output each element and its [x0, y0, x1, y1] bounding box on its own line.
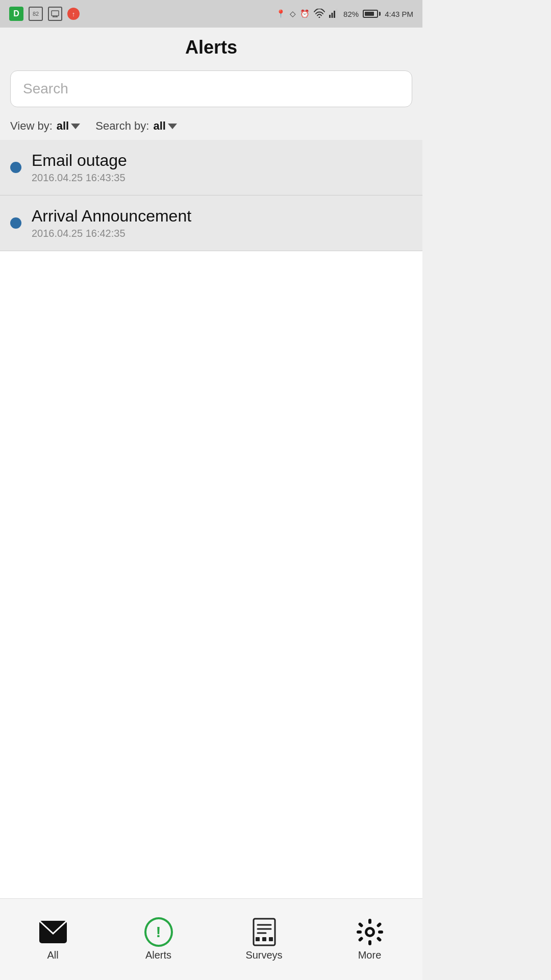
svg-rect-10 [254, 919, 275, 945]
nav-label-alerts: Alerts [145, 949, 171, 961]
alert-item-arrival-announcement[interactable]: Arrival Announcement 2016.04.25 16:42:35 [0, 195, 422, 251]
nav-item-surveys[interactable]: Surveys [211, 918, 317, 961]
svg-rect-5 [329, 15, 331, 18]
search-by-value: all [153, 119, 165, 133]
alerts-nav-icon: ! [144, 918, 173, 946]
svg-point-4 [319, 16, 320, 18]
nav-label-all: All [47, 949, 58, 961]
svg-point-18 [367, 929, 372, 935]
icon-screen [48, 7, 62, 21]
nav-item-more[interactable]: More [317, 918, 422, 961]
unread-dot [10, 162, 21, 173]
svg-rect-0 [52, 11, 59, 16]
wifi-icon [314, 9, 325, 19]
page-header: Alerts [0, 28, 422, 65]
svg-rect-23 [358, 922, 363, 927]
status-bar-right: 📍 ◇ ⏰ 82% 4:43 PM [276, 9, 413, 19]
view-by-value: all [57, 119, 69, 133]
gear-icon [356, 918, 384, 946]
mail-icon [39, 918, 67, 946]
battery-percent: 82% [343, 10, 359, 18]
alert-content: Arrival Announcement 2016.04.25 16:42:35 [32, 207, 191, 239]
svg-rect-6 [332, 13, 333, 18]
unread-dot [10, 217, 21, 229]
nav-item-all[interactable]: All [0, 918, 106, 961]
nav-label-more: More [358, 949, 382, 961]
battery-icon [363, 10, 381, 18]
view-by-group: View by: all [10, 119, 80, 133]
search-by-dropdown[interactable]: all [153, 119, 177, 133]
icon-82: 82 [29, 7, 43, 21]
alert-item-email-outage[interactable]: Email outage 2016.04.25 16:43:35 [0, 140, 422, 195]
svg-rect-16 [269, 937, 273, 941]
search-by-label: Search by: [95, 119, 149, 133]
alert-content: Email outage 2016.04.25 16:43:35 [32, 151, 127, 184]
svg-rect-25 [358, 936, 363, 942]
search-by-group: Search by: all [95, 119, 177, 133]
svg-rect-24 [376, 922, 382, 927]
nav-label-surveys: Surveys [245, 949, 282, 961]
svg-rect-7 [334, 11, 335, 18]
view-by-dropdown[interactable]: all [57, 119, 80, 133]
svg-rect-14 [256, 937, 260, 941]
alert-title: Arrival Announcement [32, 207, 191, 226]
view-by-label: View by: [10, 119, 53, 133]
alert-list: Email outage 2016.04.25 16:43:35 Arrival… [0, 140, 422, 898]
search-input[interactable] [10, 70, 412, 107]
alert-timestamp: 2016.04.25 16:42:35 [32, 228, 191, 239]
svg-rect-22 [378, 930, 383, 934]
bottom-nav: All ! Alerts Surveys [0, 898, 422, 980]
alert-title: Email outage [32, 151, 127, 170]
location-icon: 📍 [276, 9, 286, 18]
search-container [0, 65, 422, 114]
filters-bar: View by: all Search by: all [0, 114, 422, 140]
signal-icon [329, 9, 339, 19]
alert-circle-icon: ! [144, 917, 173, 947]
brightness-icon: ◇ [290, 9, 296, 18]
time: 4:43 PM [385, 10, 413, 18]
nav-item-alerts[interactable]: ! Alerts [106, 918, 211, 961]
surveys-icon [250, 918, 279, 946]
svg-rect-21 [357, 930, 362, 934]
icon-upload: ↑ [67, 8, 80, 20]
svg-rect-15 [262, 937, 266, 941]
svg-rect-20 [368, 940, 371, 945]
status-bar-left: D 82 ↑ [9, 7, 80, 21]
page-title: Alerts [185, 37, 237, 58]
chevron-down-icon-2 [168, 124, 177, 129]
status-bar: D 82 ↑ 📍 ◇ ⏰ 82% 4:43 PM [0, 0, 422, 28]
svg-rect-8 [336, 9, 338, 18]
chevron-down-icon [71, 124, 80, 129]
alert-timestamp: 2016.04.25 16:43:35 [32, 172, 127, 184]
svg-rect-26 [376, 936, 382, 942]
svg-rect-19 [368, 919, 371, 924]
alarm-icon: ⏰ [300, 9, 310, 18]
icon-d: D [9, 7, 23, 21]
